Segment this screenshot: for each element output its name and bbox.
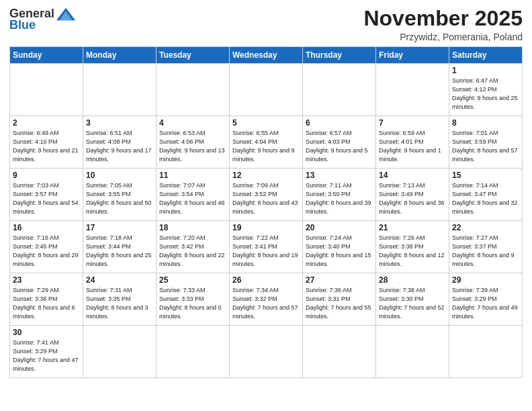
day-info: Sunrise: 6:53 AM Sunset: 4:06 PM Dayligh…: [159, 129, 226, 164]
day-info: Sunrise: 7:33 AM Sunset: 3:33 PM Dayligh…: [159, 286, 226, 321]
weekday-header: Friday: [376, 47, 449, 64]
calendar-cell: 12Sunrise: 7:09 AM Sunset: 3:52 PM Dayli…: [230, 169, 303, 221]
calendar-cell: 23Sunrise: 7:29 AM Sunset: 3:36 PM Dayli…: [10, 273, 83, 326]
calendar-cell: 1Sunrise: 6:47 AM Sunset: 4:12 PM Daylig…: [449, 64, 523, 116]
day-number: 25: [159, 275, 226, 285]
day-number: 1: [452, 66, 519, 75]
calendar-cell: [230, 326, 303, 378]
day-info: Sunrise: 7:14 AM Sunset: 3:47 PM Dayligh…: [452, 181, 519, 216]
day-number: 23: [13, 275, 80, 285]
calendar-cell: [449, 326, 523, 378]
calendar-cell: 8Sunrise: 7:01 AM Sunset: 3:59 PM Daylig…: [449, 116, 523, 169]
calendar-cell: 2Sunrise: 6:49 AM Sunset: 4:10 PM Daylig…: [10, 116, 83, 169]
day-info: Sunrise: 7:31 AM Sunset: 3:35 PM Dayligh…: [86, 286, 153, 321]
calendar-cell: 14Sunrise: 7:13 AM Sunset: 3:49 PM Dayli…: [376, 169, 449, 221]
day-number: 29: [452, 275, 519, 285]
calendar-cell: [303, 64, 376, 116]
day-info: Sunrise: 7:16 AM Sunset: 3:45 PM Dayligh…: [13, 234, 80, 269]
calendar-cell: 27Sunrise: 7:36 AM Sunset: 3:31 PM Dayli…: [303, 273, 376, 326]
day-number: 11: [159, 171, 226, 180]
calendar-cell: 5Sunrise: 6:55 AM Sunset: 4:04 PM Daylig…: [230, 116, 303, 169]
weekday-header: Saturday: [449, 47, 523, 64]
day-info: Sunrise: 6:49 AM Sunset: 4:10 PM Dayligh…: [13, 129, 80, 164]
calendar-cell: 29Sunrise: 7:39 AM Sunset: 3:29 PM Dayli…: [449, 273, 523, 326]
calendar-cell: 22Sunrise: 7:27 AM Sunset: 3:37 PM Dayli…: [449, 221, 523, 273]
calendar-cell: 20Sunrise: 7:24 AM Sunset: 3:40 PM Dayli…: [303, 221, 376, 273]
header-area: General Blue November 2025 Przywidz, Pom…: [9, 7, 523, 42]
calendar-cell: 3Sunrise: 6:51 AM Sunset: 4:08 PM Daylig…: [83, 116, 157, 169]
weekday-header: Tuesday: [157, 47, 230, 64]
weekday-header: Sunday: [10, 47, 83, 64]
weekday-header: Wednesday: [230, 47, 303, 64]
calendar-week-row: 2Sunrise: 6:49 AM Sunset: 4:10 PM Daylig…: [10, 116, 523, 169]
logo-blue-text: Blue: [9, 18, 36, 32]
calendar-cell: [157, 326, 230, 378]
calendar-cell: 24Sunrise: 7:31 AM Sunset: 3:35 PM Dayli…: [83, 273, 157, 326]
calendar-cell: 15Sunrise: 7:14 AM Sunset: 3:47 PM Dayli…: [449, 169, 523, 221]
calendar-cell: 26Sunrise: 7:34 AM Sunset: 3:32 PM Dayli…: [230, 273, 303, 326]
day-number: 13: [306, 171, 373, 180]
calendar-week-row: 16Sunrise: 7:16 AM Sunset: 3:45 PM Dayli…: [10, 221, 523, 273]
day-number: 16: [13, 223, 80, 232]
day-info: Sunrise: 7:20 AM Sunset: 3:42 PM Dayligh…: [159, 234, 226, 269]
calendar-cell: [83, 64, 157, 116]
day-number: 9: [13, 171, 80, 180]
day-info: Sunrise: 7:18 AM Sunset: 3:44 PM Dayligh…: [86, 234, 153, 269]
calendar-header: SundayMondayTuesdayWednesdayThursdayFrid…: [10, 47, 523, 64]
day-info: Sunrise: 7:03 AM Sunset: 3:57 PM Dayligh…: [13, 181, 80, 216]
day-info: Sunrise: 7:07 AM Sunset: 3:54 PM Dayligh…: [159, 181, 226, 216]
day-number: 12: [232, 171, 300, 180]
day-number: 15: [452, 171, 519, 180]
day-number: 14: [379, 171, 446, 180]
day-number: 21: [379, 223, 446, 232]
title-area: November 2025 Przywidz, Pomerania, Polan…: [363, 7, 523, 42]
calendar-week-row: 23Sunrise: 7:29 AM Sunset: 3:36 PM Dayli…: [10, 273, 523, 326]
day-number: 30: [13, 328, 80, 337]
month-title: November 2025: [363, 7, 523, 30]
day-number: 28: [379, 275, 446, 285]
calendar-cell: 6Sunrise: 6:57 AM Sunset: 4:03 PM Daylig…: [303, 116, 376, 169]
calendar-cell: 4Sunrise: 6:53 AM Sunset: 4:06 PM Daylig…: [157, 116, 230, 169]
day-info: Sunrise: 6:57 AM Sunset: 4:03 PM Dayligh…: [306, 129, 373, 164]
page: General Blue November 2025 Przywidz, Pom…: [0, 0, 532, 411]
calendar-cell: 17Sunrise: 7:18 AM Sunset: 3:44 PM Dayli…: [83, 221, 157, 273]
day-number: 7: [379, 118, 446, 128]
day-info: Sunrise: 7:29 AM Sunset: 3:36 PM Dayligh…: [13, 286, 80, 321]
calendar-cell: 10Sunrise: 7:05 AM Sunset: 3:55 PM Dayli…: [83, 169, 157, 221]
day-number: 4: [159, 118, 226, 128]
logo-icon: [56, 7, 75, 21]
day-info: Sunrise: 7:27 AM Sunset: 3:37 PM Dayligh…: [452, 234, 519, 269]
calendar-cell: 30Sunrise: 7:41 AM Sunset: 3:29 PM Dayli…: [10, 326, 83, 378]
day-number: 17: [86, 223, 153, 232]
day-info: Sunrise: 7:36 AM Sunset: 3:31 PM Dayligh…: [306, 286, 373, 321]
day-info: Sunrise: 7:41 AM Sunset: 3:29 PM Dayligh…: [13, 338, 80, 373]
day-number: 22: [452, 223, 519, 232]
day-number: 5: [232, 118, 300, 128]
weekday-row: SundayMondayTuesdayWednesdayThursdayFrid…: [10, 47, 523, 64]
day-info: Sunrise: 7:13 AM Sunset: 3:49 PM Dayligh…: [379, 181, 446, 216]
day-info: Sunrise: 7:01 AM Sunset: 3:59 PM Dayligh…: [452, 129, 519, 164]
day-info: Sunrise: 7:39 AM Sunset: 3:29 PM Dayligh…: [452, 286, 519, 321]
calendar-cell: 13Sunrise: 7:11 AM Sunset: 3:50 PM Dayli…: [303, 169, 376, 221]
calendar-cell: 9Sunrise: 7:03 AM Sunset: 3:57 PM Daylig…: [10, 169, 83, 221]
calendar-cell: [10, 64, 83, 116]
day-number: 27: [306, 275, 373, 285]
day-info: Sunrise: 7:38 AM Sunset: 3:30 PM Dayligh…: [379, 286, 446, 321]
day-info: Sunrise: 7:24 AM Sunset: 3:40 PM Dayligh…: [306, 234, 373, 269]
calendar-cell: [376, 326, 449, 378]
day-info: Sunrise: 6:55 AM Sunset: 4:04 PM Dayligh…: [232, 129, 300, 164]
calendar: SundayMondayTuesdayWednesdayThursdayFrid…: [9, 46, 523, 378]
day-info: Sunrise: 7:11 AM Sunset: 3:50 PM Dayligh…: [306, 181, 373, 216]
day-number: 24: [86, 275, 153, 285]
calendar-week-row: 1Sunrise: 6:47 AM Sunset: 4:12 PM Daylig…: [10, 64, 523, 116]
day-info: Sunrise: 7:05 AM Sunset: 3:55 PM Dayligh…: [86, 181, 153, 216]
calendar-cell: [303, 326, 376, 378]
calendar-cell: 7Sunrise: 6:59 AM Sunset: 4:01 PM Daylig…: [376, 116, 449, 169]
calendar-cell: 19Sunrise: 7:22 AM Sunset: 3:41 PM Dayli…: [230, 221, 303, 273]
day-number: 3: [86, 118, 153, 128]
calendar-cell: 16Sunrise: 7:16 AM Sunset: 3:45 PM Dayli…: [10, 221, 83, 273]
calendar-week-row: 9Sunrise: 7:03 AM Sunset: 3:57 PM Daylig…: [10, 169, 523, 221]
day-info: Sunrise: 7:22 AM Sunset: 3:41 PM Dayligh…: [232, 234, 300, 269]
calendar-cell: [376, 64, 449, 116]
day-number: 8: [452, 118, 519, 128]
